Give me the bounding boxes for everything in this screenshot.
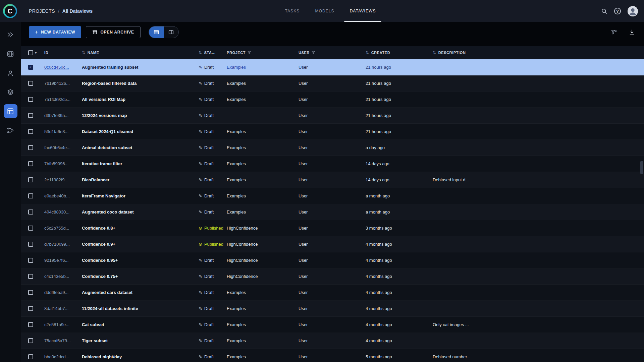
project-link[interactable]: HighConfidence bbox=[227, 274, 299, 279]
row-checkbox[interactable] bbox=[28, 129, 33, 134]
table-row[interactable]: e0aebe40b... IteraFrame Navigator ✎Draft… bbox=[21, 188, 644, 204]
table-row[interactable]: c5c2b755d... Confidence 0.8+ ⊘Published … bbox=[21, 220, 644, 236]
dataview-name-link[interactable]: Augmented training subset bbox=[82, 65, 138, 70]
user-avatar[interactable] bbox=[628, 6, 638, 16]
project-link[interactable]: HighConfidence bbox=[227, 226, 299, 231]
tab-dataviews[interactable]: DATAVIEWS bbox=[344, 0, 381, 22]
project-link[interactable]: Examples bbox=[227, 322, 299, 327]
dataview-name-link[interactable]: Confidence 0.95+ bbox=[82, 258, 118, 263]
project-link[interactable]: HighConfidence bbox=[227, 258, 299, 263]
dataview-id-link[interactable]: 75acaf6a79... bbox=[44, 338, 82, 343]
filter-icon[interactable] bbox=[312, 51, 315, 54]
datasets-icon[interactable] bbox=[4, 47, 17, 61]
row-checkbox[interactable] bbox=[28, 258, 33, 263]
dataview-name-link[interactable]: Region-based filtered data bbox=[82, 81, 137, 86]
sort-icon[interactable]: ⇅ bbox=[366, 50, 369, 55]
table-row[interactable]: 0c0cd450c... Augmented training subset ✎… bbox=[21, 59, 644, 75]
dataview-name-link[interactable]: IteraFrame Navigator bbox=[82, 193, 125, 198]
dataview-name-link[interactable]: Confidence 0.75+ bbox=[82, 274, 118, 279]
dataview-id-link[interactable]: 2e11982f9... bbox=[44, 177, 82, 182]
tab-tasks[interactable]: TASKS bbox=[279, 0, 305, 22]
row-checkbox[interactable] bbox=[28, 290, 33, 295]
dataview-id-link[interactable]: 92195e7f6... bbox=[44, 258, 82, 263]
dataview-name-link[interactable]: 11/2024-all datasets infinite bbox=[82, 306, 138, 311]
dataview-name-link[interactable]: BiasBalancer bbox=[82, 177, 109, 182]
scrollbar-thumb[interactable] bbox=[640, 161, 643, 174]
dataview-name-link[interactable]: Iterative frame filter bbox=[82, 161, 122, 166]
table-row[interactable]: 75acaf6a79... Tiger subset ✎Draft Exampl… bbox=[21, 333, 644, 349]
table-row[interactable]: 7a1fc892c5... All versions ROI Map ✎Draf… bbox=[21, 92, 644, 108]
row-checkbox[interactable] bbox=[28, 145, 33, 150]
select-all-checkbox[interactable] bbox=[28, 50, 33, 55]
dataview-id-link[interactable]: 7a1fc892c5... bbox=[44, 97, 82, 102]
pipelines-icon[interactable] bbox=[4, 123, 17, 137]
dataview-id-link[interactable]: 7b19b4126... bbox=[44, 81, 82, 86]
dataview-name-link[interactable]: Cat subset bbox=[82, 322, 104, 327]
dataview-name-link[interactable]: Augmented cars dataset bbox=[82, 290, 132, 295]
table-row[interactable]: c2e581a9e... Cat subset ✎Draft Examples … bbox=[21, 317, 644, 333]
dataview-id-link[interactable]: 7bfb59096... bbox=[44, 161, 82, 166]
help-icon[interactable]: ? bbox=[614, 8, 621, 14]
split-view-icon[interactable] bbox=[164, 26, 178, 38]
column-header-name[interactable]: ⇅ NAME bbox=[82, 50, 199, 55]
project-link[interactable]: Examples bbox=[227, 306, 299, 311]
row-checkbox[interactable] bbox=[28, 97, 33, 102]
project-link[interactable]: Examples bbox=[227, 290, 299, 295]
column-header-user[interactable]: USER bbox=[299, 51, 366, 55]
column-header-created[interactable]: ⇅ CREATED bbox=[366, 50, 433, 55]
new-dataview-button[interactable]: + NEW DATAVIEW bbox=[29, 26, 81, 38]
dataviews-icon[interactable] bbox=[4, 104, 17, 118]
dataview-name-link[interactable]: Dataset 2024-Q1 cleaned bbox=[82, 129, 133, 134]
select-dropdown-caret-icon[interactable]: ▾ bbox=[35, 51, 37, 55]
project-link[interactable]: Examples bbox=[227, 209, 299, 215]
dataview-name-link[interactable]: Tiger subset bbox=[82, 338, 108, 343]
dataview-id-link[interactable]: 404c88030... bbox=[44, 209, 82, 215]
row-checkbox[interactable] bbox=[28, 242, 33, 247]
dataview-name-link[interactable]: Animal detection subset bbox=[82, 145, 132, 150]
dataview-id-link[interactable]: dddf9e5a9... bbox=[44, 290, 82, 295]
project-link[interactable]: Examples bbox=[227, 129, 299, 134]
row-checkbox[interactable] bbox=[28, 306, 33, 311]
project-link[interactable]: Examples bbox=[227, 338, 299, 343]
row-checkbox[interactable] bbox=[28, 226, 33, 231]
dataview-id-link[interactable]: c4c143e5b... bbox=[44, 274, 82, 279]
sort-icon[interactable]: ⇅ bbox=[82, 50, 86, 55]
table-row[interactable]: fac60b6c4e... Animal detection subset ✎D… bbox=[21, 140, 644, 156]
dataview-id-link[interactable]: 8daf14bb7... bbox=[44, 306, 82, 311]
dataview-id-link[interactable]: c5c2b755d... bbox=[44, 226, 82, 231]
row-checkbox[interactable] bbox=[28, 193, 33, 198]
row-checkbox[interactable] bbox=[28, 209, 33, 215]
table-row[interactable]: c4c143e5b... Confidence 0.75+ ✎Draft Hig… bbox=[21, 268, 644, 285]
table-view-icon[interactable] bbox=[149, 26, 164, 38]
projects-icon[interactable] bbox=[4, 28, 17, 42]
workers-icon[interactable] bbox=[4, 66, 17, 80]
table-row[interactable]: 92195e7f6... Confidence 0.95+ ✎Draft Hig… bbox=[21, 252, 644, 268]
row-checkbox[interactable] bbox=[28, 322, 33, 327]
dataview-name-link[interactable]: Confidence 0.8+ bbox=[82, 226, 115, 231]
dataview-name-link[interactable]: Debiased night/day bbox=[82, 354, 122, 359]
row-checkbox[interactable] bbox=[28, 65, 33, 70]
search-icon[interactable] bbox=[601, 8, 607, 14]
filter-icon[interactable] bbox=[248, 51, 251, 54]
dataview-id-link[interactable]: d7b710099... bbox=[44, 242, 82, 247]
table-row[interactable]: dddf9e5a9... Augmented cars dataset ✎Dra… bbox=[21, 285, 644, 301]
download-icon[interactable] bbox=[629, 29, 635, 36]
column-header-project[interactable]: PROJECT bbox=[227, 51, 299, 55]
table-row[interactable]: 7bfb59096... Iterative frame filter ✎Dra… bbox=[21, 156, 644, 172]
project-link[interactable]: Examples bbox=[227, 193, 299, 198]
dataview-name-link[interactable]: Confidence 0.9+ bbox=[82, 242, 115, 247]
row-checkbox[interactable] bbox=[28, 354, 33, 359]
table-row[interactable]: 53d1fa6e3... Dataset 2024-Q1 cleaned ✎Dr… bbox=[21, 124, 644, 140]
table-row[interactable]: 2e11982f9... BiasBalancer ✎Draft Example… bbox=[21, 172, 644, 188]
dataview-id-link[interactable]: 0c0cd450c... bbox=[44, 65, 82, 70]
dataview-id-link[interactable]: fac60b6c4e... bbox=[44, 145, 82, 150]
project-link[interactable]: Examples bbox=[227, 81, 299, 86]
row-checkbox[interactable] bbox=[28, 161, 33, 166]
column-header-status[interactable]: ⇅ STA... bbox=[199, 50, 227, 55]
project-link[interactable]: Examples bbox=[227, 177, 299, 182]
tab-models[interactable]: MODELS bbox=[310, 0, 339, 22]
table-row[interactable]: 7b19b4126... Region-based filtered data … bbox=[21, 75, 644, 92]
dataview-name-link[interactable]: 12/2024 versions map bbox=[82, 113, 127, 118]
table-row[interactable]: d3b7fe39a... 12/2024 versions map ✎Draft… bbox=[21, 108, 644, 124]
row-checkbox[interactable] bbox=[28, 338, 33, 343]
